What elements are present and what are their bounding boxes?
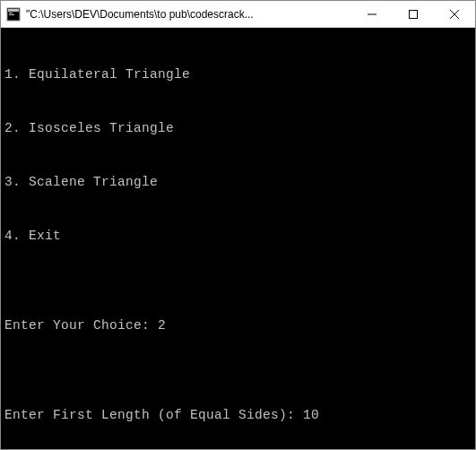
window-controls [351,1,475,27]
console-line: 3. Scalene Triangle [4,173,472,191]
close-button[interactable] [434,1,475,27]
maximize-icon [409,10,418,19]
app-icon [6,7,21,22]
minimize-button[interactable] [351,1,393,27]
svg-rect-1 [8,9,19,12]
minimize-icon [368,10,376,19]
console-line: Enter First Length (of Equal Sides): 10 [4,406,472,424]
console-line: 4. Exit [4,227,472,245]
titlebar: "C:\Users\DEV\Documents\to pub\codescrac… [1,1,475,28]
app-window: "C:\Users\DEV\Documents\to pub\codescrac… [0,0,476,450]
window-title: "C:\Users\DEV\Documents\to pub\codescrac… [26,8,351,21]
console-line: Enter Your Choice: 2 [4,316,472,334]
console-line: 1. Equilateral Triangle [4,65,472,83]
console-output[interactable]: 1. Equilateral Triangle 2. Isosceles Tri… [1,28,475,449]
close-icon [450,10,459,19]
svg-rect-5 [410,10,418,18]
svg-rect-3 [9,14,14,15]
maximize-button[interactable] [393,1,434,27]
console-line: 2. Isosceles Triangle [4,119,472,137]
svg-rect-2 [9,13,13,13]
